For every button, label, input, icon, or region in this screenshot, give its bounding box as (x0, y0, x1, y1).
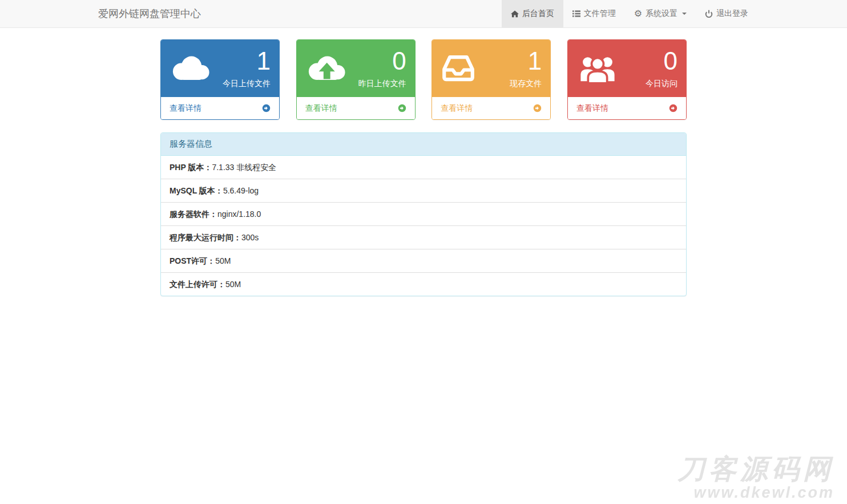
stat-card-heading: 1 现存文件 (432, 40, 550, 97)
view-details-link[interactable]: 查看详情 (161, 97, 279, 119)
arrow-circle-right-icon (669, 104, 677, 112)
row-value: 50M (215, 256, 231, 265)
nav-item-label: 系统设置 (646, 9, 677, 19)
inbox-icon (441, 54, 476, 83)
stat-cards-row: 1 今日上传文件 查看详情 (160, 39, 687, 120)
server-info-panel: 服务器信息 PHP 版本：7.1.33 非线程安全 MySQL 版本：5.6.4… (160, 132, 687, 296)
stat-card-heading: 1 今日上传文件 (161, 40, 279, 97)
view-details-label: 查看详情 (305, 103, 337, 114)
users-icon (576, 54, 619, 83)
view-details-link[interactable]: 查看详情 (432, 97, 550, 119)
stat-value: 0 (619, 49, 677, 74)
nav-item-files[interactable]: 文件管理 (563, 0, 625, 27)
view-details-link[interactable]: 查看详情 (297, 97, 415, 119)
view-details-label: 查看详情 (441, 103, 473, 114)
server-info-row-upload-limit: 文件上传许可：50M (161, 272, 686, 296)
watermark-url: www.dkewl.com (677, 485, 834, 501)
server-info-row-mysql: MySQL 版本：5.6.49-log (161, 179, 686, 202)
cloud-icon (170, 54, 212, 83)
arrow-circle-right-icon (262, 104, 271, 112)
stat-value: 1 (212, 49, 271, 74)
stat-card-existing-files: 1 现存文件 查看详情 (431, 39, 551, 120)
main-nav: 后台首页 文件管理 ⚙ 系统设置 (502, 0, 757, 27)
row-value: nginx/1.18.0 (217, 209, 261, 219)
server-info-row-php: PHP 版本：7.1.33 非线程安全 (161, 156, 686, 179)
main-content: 1 今日上传文件 查看详情 (160, 39, 687, 296)
view-details-label: 查看详情 (576, 103, 608, 114)
stat-card-today-uploads: 1 今日上传文件 查看详情 (160, 39, 280, 120)
gear-icon: ⚙ (634, 9, 642, 18)
stat-label: 今日上传文件 (212, 79, 271, 89)
stat-value: 1 (476, 49, 542, 74)
brand-title[interactable]: 爱网外链网盘管理中心 (90, 0, 209, 27)
view-details-link[interactable]: 查看详情 (568, 97, 686, 119)
row-value: 300s (241, 233, 259, 242)
row-value: 7.1.33 非线程安全 (212, 163, 276, 172)
arrow-circle-right-icon (533, 104, 542, 112)
server-info-row-software: 服务器软件：nginx/1.18.0 (161, 202, 686, 225)
stat-card-today-visits: 0 今日访问 查看详情 (567, 39, 687, 120)
server-info-list: PHP 版本：7.1.33 非线程安全 MySQL 版本：5.6.49-log … (161, 156, 686, 296)
nav-item-home[interactable]: 后台首页 (502, 0, 563, 27)
nav-item-settings[interactable]: ⚙ 系统设置 (625, 0, 696, 27)
view-details-label: 查看详情 (170, 103, 201, 114)
nav-item-logout[interactable]: 退出登录 (696, 0, 757, 27)
stat-label: 今日访问 (619, 79, 677, 89)
stat-value: 0 (348, 49, 406, 74)
server-info-row-max-exec-time: 程序最大运行时间：300s (161, 225, 686, 249)
row-value: 5.6.49-log (223, 186, 259, 195)
watermark-title: 刀客源码网 (677, 455, 834, 483)
power-icon (705, 10, 713, 18)
stat-card-yesterday-uploads: 0 昨日上传文件 查看详情 (296, 39, 416, 120)
watermark: 刀客源码网 www.dkewl.com (677, 455, 834, 501)
row-value: 50M (225, 280, 241, 289)
row-label: PHP 版本： (170, 163, 212, 172)
nav-item-label: 退出登录 (716, 9, 748, 19)
row-label: MySQL 版本： (170, 186, 223, 195)
server-info-row-post-limit: POST许可：50M (161, 249, 686, 272)
cloud-upload-icon (305, 54, 348, 83)
nav-item-label: 文件管理 (584, 9, 616, 19)
arrow-circle-right-icon (398, 104, 406, 112)
row-label: 程序最大运行时间： (170, 233, 241, 242)
stat-card-heading: 0 昨日上传文件 (297, 40, 415, 97)
row-label: 服务器软件： (170, 209, 217, 219)
stat-label: 昨日上传文件 (348, 79, 406, 89)
row-label: POST许可： (170, 256, 215, 265)
list-icon (572, 10, 580, 17)
row-label: 文件上传许可： (170, 280, 225, 289)
stat-label: 现存文件 (476, 79, 542, 89)
server-info-panel-title: 服务器信息 (161, 133, 686, 156)
stat-card-heading: 0 今日访问 (568, 40, 686, 97)
home-icon (511, 10, 519, 18)
top-navbar: 爱网外链网盘管理中心 后台首页 (0, 0, 847, 28)
nav-item-label: 后台首页 (522, 9, 554, 19)
caret-down-icon (682, 13, 687, 15)
